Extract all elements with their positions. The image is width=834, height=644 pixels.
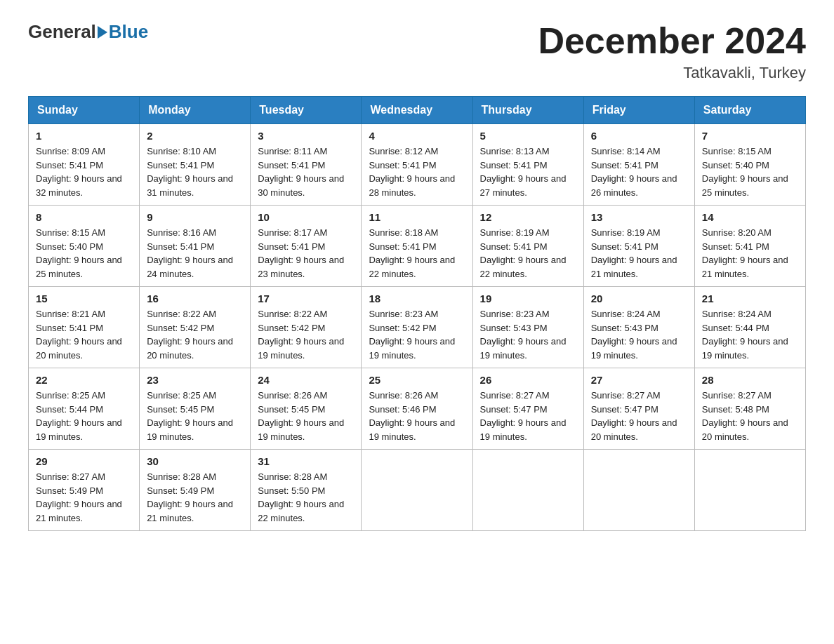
header-monday: Monday bbox=[140, 97, 251, 124]
day-cell: 6 Sunrise: 8:14 AMSunset: 5:41 PMDayligh… bbox=[583, 124, 694, 206]
day-info: Sunrise: 8:27 AMSunset: 5:47 PMDaylight:… bbox=[591, 390, 677, 442]
logo-blue-text: Blue bbox=[109, 21, 148, 43]
day-cell: 27 Sunrise: 8:27 AMSunset: 5:47 PMDaylig… bbox=[583, 368, 694, 450]
day-number: 19 bbox=[480, 293, 576, 304]
day-number: 20 bbox=[591, 293, 687, 304]
day-info: Sunrise: 8:12 AMSunset: 5:41 PMDaylight:… bbox=[369, 146, 455, 198]
logo: General Blue bbox=[28, 21, 148, 43]
day-info: Sunrise: 8:26 AMSunset: 5:46 PMDaylight:… bbox=[369, 390, 455, 442]
day-cell: 4 Sunrise: 8:12 AMSunset: 5:41 PMDayligh… bbox=[362, 124, 472, 206]
day-info: Sunrise: 8:27 AMSunset: 5:47 PMDaylight:… bbox=[480, 390, 567, 442]
week-row-5: 29 Sunrise: 8:27 AMSunset: 5:49 PMDaylig… bbox=[29, 450, 806, 531]
day-cell bbox=[362, 450, 472, 531]
day-cell: 25 Sunrise: 8:26 AMSunset: 5:46 PMDaylig… bbox=[362, 368, 472, 450]
calendar-table: SundayMondayTuesdayWednesdayThursdayFrid… bbox=[28, 96, 806, 531]
day-info: Sunrise: 8:22 AMSunset: 5:42 PMDaylight:… bbox=[258, 309, 344, 361]
day-number: 9 bbox=[147, 211, 243, 223]
week-row-1: 1 Sunrise: 8:09 AMSunset: 5:41 PMDayligh… bbox=[29, 124, 806, 206]
header-saturday: Saturday bbox=[694, 97, 805, 124]
day-info: Sunrise: 8:25 AMSunset: 5:45 PMDaylight:… bbox=[147, 390, 233, 442]
day-cell: 18 Sunrise: 8:23 AMSunset: 5:42 PMDaylig… bbox=[362, 287, 472, 368]
day-info: Sunrise: 8:18 AMSunset: 5:41 PMDaylight:… bbox=[369, 227, 455, 279]
day-number: 31 bbox=[258, 455, 354, 467]
day-info: Sunrise: 8:15 AMSunset: 5:40 PMDaylight:… bbox=[36, 227, 122, 279]
week-row-3: 15 Sunrise: 8:21 AMSunset: 5:41 PMDaylig… bbox=[29, 287, 806, 368]
day-info: Sunrise: 8:23 AMSunset: 5:43 PMDaylight:… bbox=[480, 309, 567, 361]
day-cell: 19 Sunrise: 8:23 AMSunset: 5:43 PMDaylig… bbox=[472, 287, 583, 368]
week-row-2: 8 Sunrise: 8:15 AMSunset: 5:40 PMDayligh… bbox=[29, 206, 806, 287]
day-cell: 29 Sunrise: 8:27 AMSunset: 5:49 PMDaylig… bbox=[29, 450, 140, 531]
day-info: Sunrise: 8:19 AMSunset: 5:41 PMDaylight:… bbox=[591, 227, 677, 279]
day-cell: 16 Sunrise: 8:22 AMSunset: 5:42 PMDaylig… bbox=[140, 287, 251, 368]
day-cell bbox=[583, 450, 694, 531]
day-info: Sunrise: 8:10 AMSunset: 5:41 PMDaylight:… bbox=[147, 146, 233, 198]
day-info: Sunrise: 8:26 AMSunset: 5:45 PMDaylight:… bbox=[258, 390, 344, 442]
day-number: 10 bbox=[258, 211, 354, 223]
day-cell: 26 Sunrise: 8:27 AMSunset: 5:47 PMDaylig… bbox=[472, 368, 583, 450]
day-info: Sunrise: 8:19 AMSunset: 5:41 PMDaylight:… bbox=[480, 227, 567, 279]
title-section: December 2024 Tatkavakli, Turkey bbox=[538, 21, 806, 82]
day-info: Sunrise: 8:11 AMSunset: 5:41 PMDaylight:… bbox=[258, 146, 344, 198]
day-cell: 5 Sunrise: 8:13 AMSunset: 5:41 PMDayligh… bbox=[472, 124, 583, 206]
day-number: 23 bbox=[147, 374, 243, 386]
header-sunday: Sunday bbox=[29, 97, 140, 124]
day-info: Sunrise: 8:25 AMSunset: 5:44 PMDaylight:… bbox=[36, 390, 122, 442]
location: Tatkavakli, Turkey bbox=[538, 64, 806, 82]
day-number: 13 bbox=[591, 211, 687, 223]
day-number: 6 bbox=[591, 130, 687, 142]
day-number: 7 bbox=[702, 130, 798, 142]
day-info: Sunrise: 8:27 AMSunset: 5:48 PMDaylight:… bbox=[702, 390, 788, 442]
day-number: 25 bbox=[369, 374, 465, 386]
logo-general-text: General bbox=[28, 21, 96, 43]
day-info: Sunrise: 8:13 AMSunset: 5:41 PMDaylight:… bbox=[480, 146, 567, 198]
day-info: Sunrise: 8:15 AMSunset: 5:40 PMDaylight:… bbox=[702, 146, 788, 198]
day-cell: 20 Sunrise: 8:24 AMSunset: 5:43 PMDaylig… bbox=[583, 287, 694, 368]
day-cell: 31 Sunrise: 8:28 AMSunset: 5:50 PMDaylig… bbox=[251, 450, 362, 531]
day-info: Sunrise: 8:14 AMSunset: 5:41 PMDaylight:… bbox=[591, 146, 677, 198]
day-info: Sunrise: 8:17 AMSunset: 5:41 PMDaylight:… bbox=[258, 227, 344, 279]
day-cell: 1 Sunrise: 8:09 AMSunset: 5:41 PMDayligh… bbox=[29, 124, 140, 206]
day-number: 3 bbox=[258, 130, 354, 142]
header-wednesday: Wednesday bbox=[362, 97, 472, 124]
day-number: 4 bbox=[369, 130, 465, 142]
day-number: 14 bbox=[702, 211, 798, 223]
day-info: Sunrise: 8:28 AMSunset: 5:49 PMDaylight:… bbox=[147, 471, 233, 523]
day-number: 29 bbox=[36, 455, 132, 467]
day-number: 18 bbox=[369, 293, 465, 304]
day-cell: 24 Sunrise: 8:26 AMSunset: 5:45 PMDaylig… bbox=[251, 368, 362, 450]
day-info: Sunrise: 8:23 AMSunset: 5:42 PMDaylight:… bbox=[369, 309, 455, 361]
day-number: 24 bbox=[258, 374, 354, 386]
day-cell: 13 Sunrise: 8:19 AMSunset: 5:41 PMDaylig… bbox=[583, 206, 694, 287]
week-row-4: 22 Sunrise: 8:25 AMSunset: 5:44 PMDaylig… bbox=[29, 368, 806, 450]
day-info: Sunrise: 8:09 AMSunset: 5:41 PMDaylight:… bbox=[36, 146, 122, 198]
day-cell: 21 Sunrise: 8:24 AMSunset: 5:44 PMDaylig… bbox=[694, 287, 805, 368]
month-title: December 2024 bbox=[538, 21, 806, 61]
day-cell: 14 Sunrise: 8:20 AMSunset: 5:41 PMDaylig… bbox=[694, 206, 805, 287]
day-number: 2 bbox=[147, 130, 243, 142]
day-number: 5 bbox=[480, 130, 576, 142]
day-cell: 2 Sunrise: 8:10 AMSunset: 5:41 PMDayligh… bbox=[140, 124, 251, 206]
header-row: SundayMondayTuesdayWednesdayThursdayFrid… bbox=[29, 97, 806, 124]
logo-arrow-icon bbox=[98, 26, 107, 39]
day-cell: 3 Sunrise: 8:11 AMSunset: 5:41 PMDayligh… bbox=[251, 124, 362, 206]
day-cell: 7 Sunrise: 8:15 AMSunset: 5:40 PMDayligh… bbox=[694, 124, 805, 206]
day-number: 21 bbox=[702, 293, 798, 304]
day-number: 15 bbox=[36, 293, 132, 304]
day-cell: 15 Sunrise: 8:21 AMSunset: 5:41 PMDaylig… bbox=[29, 287, 140, 368]
day-number: 16 bbox=[147, 293, 243, 304]
day-number: 8 bbox=[36, 211, 132, 223]
day-cell: 17 Sunrise: 8:22 AMSunset: 5:42 PMDaylig… bbox=[251, 287, 362, 368]
day-number: 30 bbox=[147, 455, 243, 467]
day-info: Sunrise: 8:22 AMSunset: 5:42 PMDaylight:… bbox=[147, 309, 233, 361]
day-number: 27 bbox=[591, 374, 687, 386]
day-cell: 9 Sunrise: 8:16 AMSunset: 5:41 PMDayligh… bbox=[140, 206, 251, 287]
day-number: 17 bbox=[258, 293, 354, 304]
day-number: 11 bbox=[369, 211, 465, 223]
day-number: 12 bbox=[480, 211, 576, 223]
day-info: Sunrise: 8:16 AMSunset: 5:41 PMDaylight:… bbox=[147, 227, 233, 279]
header-friday: Friday bbox=[583, 97, 694, 124]
day-info: Sunrise: 8:24 AMSunset: 5:44 PMDaylight:… bbox=[702, 309, 788, 361]
day-number: 22 bbox=[36, 374, 132, 386]
day-cell bbox=[694, 450, 805, 531]
day-cell: 8 Sunrise: 8:15 AMSunset: 5:40 PMDayligh… bbox=[29, 206, 140, 287]
